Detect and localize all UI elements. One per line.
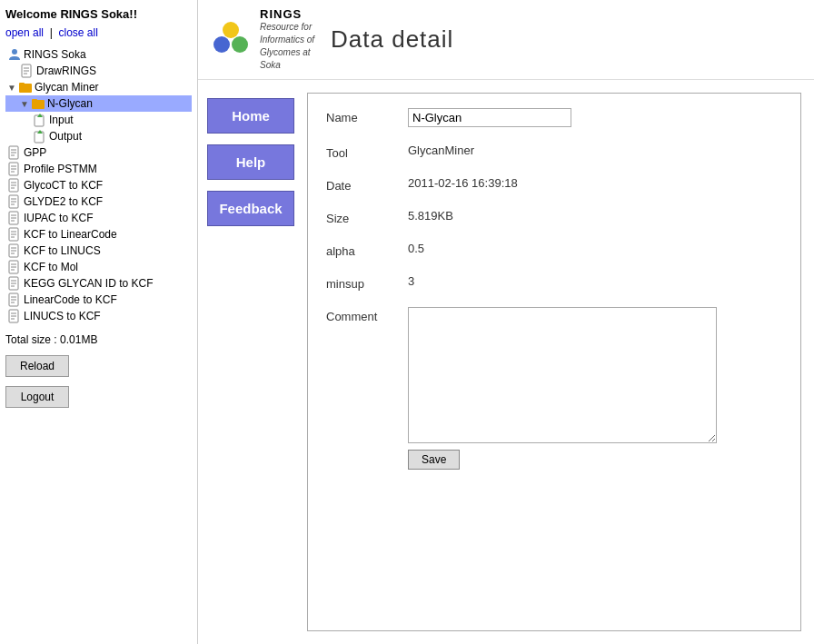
date-label: Date: [326, 176, 408, 193]
tree-item-output[interactable]: Output: [5, 128, 192, 144]
date-value: 2011-02-16 16:39:18: [408, 176, 518, 190]
svg-rect-6: [19, 83, 25, 85]
alpha-value: 0.5: [408, 242, 424, 255]
tree-item-label: LinearCode to KCF: [24, 293, 117, 306]
tree-item-kcf-to-linearcode[interactable]: KCF to LinearCode: [5, 226, 192, 243]
svg-rect-8: [32, 99, 37, 102]
svg-point-58: [213, 36, 230, 53]
tree-item-rings-soka[interactable]: RINGS Soka: [5, 46, 192, 63]
welcome-text: Welcome RINGS Soka!!: [5, 7, 192, 21]
open-all-link[interactable]: open all: [5, 26, 44, 39]
main-area: RINGS Resource for Informatics of Glycom…: [198, 0, 814, 644]
rings-word: RINGS: [260, 7, 314, 21]
tree-item-label: Profile PSTMM: [24, 163, 97, 175]
doc-upload-icon: [33, 113, 47, 127]
sidebar: Welcome RINGS Soka!! open all | close al…: [0, 0, 198, 644]
content-area: Home Help Feedback Name Tool GlycanMiner…: [198, 80, 814, 644]
detail-panel: Name Tool GlycanMiner Date 2011-02-16 16…: [307, 93, 801, 631]
tree-item-glyde2-to-kcf[interactable]: GLYDE2 to KCF: [5, 193, 192, 210]
logo-subtitle: Resource for Informatics of Glycomes at …: [260, 21, 314, 72]
home-button[interactable]: Home: [207, 98, 294, 134]
comment-row: Comment Save: [326, 307, 782, 470]
doc-icon: [7, 292, 22, 307]
svg-point-57: [223, 22, 239, 38]
size-value: 5.819KB: [408, 209, 453, 223]
tree-item-gpp[interactable]: GPP: [5, 144, 192, 161]
svg-point-0: [12, 49, 17, 54]
user-icon: [7, 47, 22, 62]
minsup-label: minsup: [326, 274, 408, 291]
doc-icon: [7, 309, 22, 323]
tree-item-label: GLYDE2 to KCF: [24, 195, 103, 208]
minsup-value: 3: [408, 274, 414, 288]
doc-icon: [7, 178, 22, 193]
tree-item-label: N-Glycan: [47, 97, 93, 110]
tree-item-glycan-miner[interactable]: ▼Glycan Miner: [5, 79, 192, 95]
logout-button[interactable]: Logout: [5, 386, 69, 408]
size-label: Size: [326, 209, 408, 225]
alpha-label: alpha: [326, 242, 408, 258]
name-label: Name: [326, 108, 408, 124]
comment-textarea[interactable]: [408, 307, 717, 443]
tree-item-label: Input: [49, 114, 74, 126]
folder-open-icon: [31, 96, 45, 111]
reload-button[interactable]: Reload: [5, 355, 69, 377]
tree-item-label: LINUCS to KCF: [24, 310, 101, 322]
size-row: Size 5.819KB: [326, 209, 782, 225]
name-input[interactable]: [408, 108, 571, 127]
tool-label: Tool: [326, 144, 408, 160]
tree-item-label: KCF to LINUCS: [24, 244, 101, 257]
expand-icon: ▼: [7, 83, 16, 93]
tool-row: Tool GlycanMiner: [326, 144, 782, 160]
tree-item-kegg-glycan[interactable]: KEGG GLYCAN ID to KCF: [5, 275, 192, 292]
doc-icon: [7, 276, 22, 291]
tree-item-label: KCF to Mol: [24, 261, 78, 273]
doc-icon: [7, 211, 22, 225]
tree-item-label: RINGS Soka: [24, 48, 86, 61]
tool-value: GlycanMiner: [408, 144, 474, 157]
comment-block: Save: [408, 307, 717, 470]
tree-item-glycoct-to-kcf[interactable]: GlycoCT to KCF: [5, 177, 192, 193]
tree-item-label: Glycan Miner: [35, 81, 99, 94]
expand-icon: ▼: [20, 99, 29, 109]
doc-icon: [7, 260, 22, 274]
tree-item-kcf-to-mol[interactable]: KCF to Mol: [5, 259, 192, 275]
tree-item-linearcode-to-kcf[interactable]: LinearCode to KCF: [5, 292, 192, 308]
alpha-row: alpha 0.5: [326, 242, 782, 258]
doc-icon: [20, 64, 35, 78]
name-row: Name: [326, 108, 782, 127]
doc-icon: [7, 227, 22, 242]
help-button[interactable]: Help: [207, 144, 294, 180]
page-title: Data detail: [331, 25, 453, 54]
logo-text-block: RINGS Resource for Informatics of Glycom…: [260, 7, 314, 72]
tree-item-linucs-to-kcf[interactable]: LINUCS to KCF: [5, 308, 192, 324]
total-size: Total size : 0.01MB: [5, 333, 192, 346]
tree-item-iupac-to-kcf[interactable]: IUPAC to KCF: [5, 210, 192, 226]
svg-point-59: [232, 36, 248, 53]
close-all-link[interactable]: close all: [59, 26, 98, 39]
tree-item-label: IUPAC to KCF: [24, 212, 93, 224]
tree-item-label: KCF to LinearCode: [24, 228, 117, 241]
doc-icon: [7, 162, 22, 176]
doc-icon: [7, 145, 22, 160]
tree-item-input[interactable]: Input: [5, 112, 192, 128]
tree-item-draw-rings[interactable]: DrawRINGS: [5, 63, 192, 79]
folder-open-icon: [18, 80, 33, 94]
open-close-links: open all | close all: [5, 26, 192, 39]
feedback-button[interactable]: Feedback: [207, 191, 294, 226]
save-button[interactable]: Save: [408, 450, 460, 470]
header: RINGS Resource for Informatics of Glycom…: [198, 0, 814, 80]
doc-upload-icon: [33, 129, 47, 144]
tree-item-profile-pstmm[interactable]: Profile PSTMM: [5, 161, 192, 177]
logo-area: RINGS Resource for Informatics of Glycom…: [211, 7, 314, 72]
tree-item-label: Output: [49, 130, 82, 143]
minsup-row: minsup 3: [326, 274, 782, 291]
tree-item-label: DrawRINGS: [36, 64, 96, 77]
doc-icon: [7, 243, 22, 258]
tree-item-label: GPP: [24, 146, 46, 159]
nav-buttons: Home Help Feedback: [198, 80, 307, 644]
tree-item-kcf-to-linucs[interactable]: KCF to LINUCS: [5, 243, 192, 259]
rings-logo-svg: [211, 17, 256, 63]
tree-item-n-glycan[interactable]: ▼N-Glycan: [5, 95, 192, 112]
tree-item-label: GlycoCT to KCF: [24, 179, 103, 192]
